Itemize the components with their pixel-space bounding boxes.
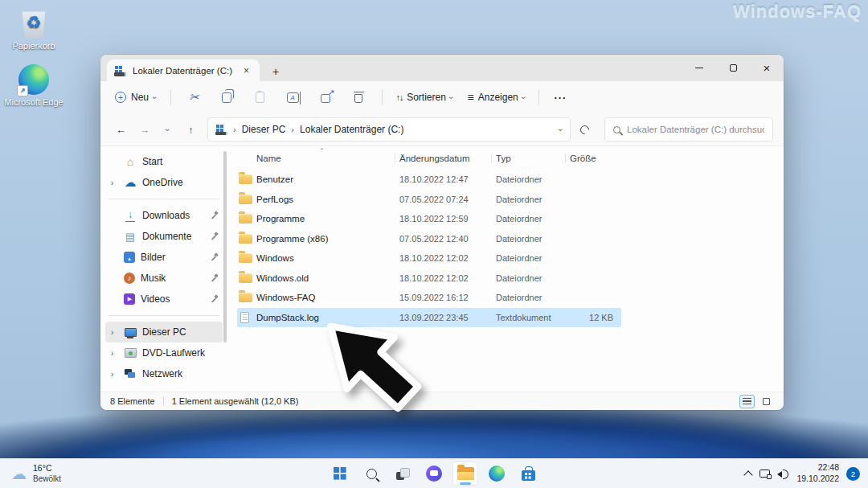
sidebar-scrollbar[interactable] xyxy=(223,151,227,342)
file-row[interactable]: Windows.old 18.10.2022 12:02 Dateiordner xyxy=(237,269,621,289)
breadcrumb-local-disk[interactable]: Lokaler Datenträger (C:) xyxy=(300,124,403,135)
sidebar-item[interactable]: DVD-Laufwerk (D:) ESD-I xyxy=(105,342,223,363)
search-box[interactable] xyxy=(604,117,773,141)
file-explorer-button[interactable] xyxy=(452,461,478,486)
start-button[interactable] xyxy=(327,461,353,486)
view-button[interactable]: ≡ Anzeigen › xyxy=(464,88,530,106)
sidebar-item-label: Dieser PC xyxy=(142,326,205,338)
share-button[interactable] xyxy=(313,86,339,109)
file-icon xyxy=(239,174,252,184)
refresh-button[interactable] xyxy=(574,119,595,140)
forward-button[interactable]: → xyxy=(134,119,154,140)
sidebar-item-label: Downloads xyxy=(142,210,205,221)
sidebar-item[interactable]: Start xyxy=(105,151,223,172)
sidebar-item[interactable]: Dokumente xyxy=(105,226,223,247)
column-header-name[interactable]: Name xyxy=(256,154,399,163)
file-name: Windows-FAQ xyxy=(256,293,399,302)
pin-icon xyxy=(211,295,219,304)
chevron-right-icon[interactable] xyxy=(111,178,118,187)
chevron-right-icon[interactable] xyxy=(111,349,118,358)
task-view-button[interactable] xyxy=(390,461,416,486)
file-type: Dateiordner xyxy=(496,214,570,223)
network-icon[interactable] xyxy=(760,470,770,478)
file-type: Dateiordner xyxy=(496,174,570,184)
store-button[interactable] xyxy=(515,461,541,486)
maximize-button[interactable] xyxy=(716,55,750,81)
sidebar-item[interactable]: Dieser PC xyxy=(105,322,223,342)
file-row[interactable]: Programme (x86) 07.05.2022 12:40 Dateior… xyxy=(237,229,621,249)
sidebar-item-icon xyxy=(124,252,135,263)
sort-button[interactable]: ↑↓ Sortieren › xyxy=(392,88,457,106)
chevron-up-icon[interactable] xyxy=(744,470,752,478)
file-name: PerfLogs xyxy=(256,195,399,204)
file-type: Dateiordner xyxy=(496,195,570,204)
notification-badge[interactable]: 2 xyxy=(846,467,860,481)
explorer-tab[interactable]: Lokaler Datenträger (C:) × xyxy=(107,59,260,81)
taskbar-search-button[interactable] xyxy=(358,461,384,486)
chevron-right-icon[interactable] xyxy=(111,370,118,379)
delete-button[interactable] xyxy=(346,86,372,109)
desktop-icon[interactable]: Papierkorb xyxy=(3,6,64,51)
view-button-label: Anzeigen xyxy=(478,92,518,103)
desktop-icon[interactable]: Microsoft Edge xyxy=(3,64,64,108)
titlebar[interactable]: Lokaler Datenträger (C:) × + xyxy=(100,55,784,81)
sort-button-label: Sortieren xyxy=(407,92,446,103)
cut-button[interactable] xyxy=(181,86,207,109)
file-row[interactable]: Windows 18.10.2022 12:02 Dateiordner xyxy=(237,248,621,269)
edge-button[interactable] xyxy=(484,461,510,486)
sidebar-item-label: Start xyxy=(142,156,205,167)
window-controls xyxy=(682,55,784,81)
pin-icon xyxy=(211,274,219,283)
icons-view-button[interactable] xyxy=(759,395,774,408)
chevron-right-icon[interactable] xyxy=(111,328,118,337)
file-row[interactable]: PerfLogs 07.05.2022 07:24 Dateiordner xyxy=(237,190,621,210)
file-date: 18.10.2022 12:02 xyxy=(399,273,496,283)
clock[interactable]: 22:48 19.10.2022 xyxy=(796,462,839,484)
store-icon xyxy=(522,470,535,481)
sidebar-item[interactable]: Musik xyxy=(105,268,223,289)
paste-button[interactable] xyxy=(247,86,273,109)
desktop-icons: Papierkorb Microsoft Edge xyxy=(3,6,64,108)
sidebar-item-label: Videos xyxy=(141,293,205,305)
column-header-date[interactable]: Änderungsdatum xyxy=(399,154,496,163)
copy-button[interactable] xyxy=(214,86,240,109)
rename-button[interactable]: A xyxy=(280,86,306,109)
chat-button[interactable] xyxy=(421,461,447,486)
close-button[interactable] xyxy=(750,55,784,81)
desktop: Windows-FAQ Papierkorb Microsoft Edge Lo… xyxy=(0,0,868,488)
recent-locations-button[interactable]: › xyxy=(158,119,178,140)
system-tray: 22:48 19.10.2022 2 xyxy=(744,459,868,488)
volume-icon[interactable] xyxy=(777,469,789,478)
sidebar-item[interactable]: Downloads xyxy=(105,205,223,226)
breadcrumb-separator-icon: › xyxy=(291,125,294,134)
sidebar-item-label: OneDrive xyxy=(142,177,205,188)
file-row[interactable]: Windows-FAQ 15.09.2022 16:12 Dateiordner xyxy=(237,288,621,308)
drive-icon xyxy=(114,66,126,76)
back-button[interactable]: ← xyxy=(111,119,131,140)
file-row[interactable]: Programme 18.10.2022 12:59 Dateiordner xyxy=(237,209,621,229)
file-date: 18.10.2022 12:47 xyxy=(399,174,496,184)
sidebar-item[interactable]: OneDrive xyxy=(105,172,223,193)
sidebar-item[interactable]: Netzwerk xyxy=(105,363,223,384)
tab-close-icon[interactable]: × xyxy=(240,64,252,77)
more-options-button[interactable]: ··· xyxy=(549,92,571,104)
chevron-down-icon[interactable]: › xyxy=(557,128,566,131)
sidebar-item-label: Netzwerk xyxy=(142,368,205,379)
column-header-type[interactable]: Typ xyxy=(496,154,570,163)
new-tab-button[interactable]: + xyxy=(268,66,284,77)
file-row[interactable]: Benutzer 18.10.2022 12:47 Dateiordner xyxy=(237,170,621,190)
sidebar-item[interactable]: Videos xyxy=(105,289,223,310)
new-button[interactable]: Neu › xyxy=(111,88,161,106)
details-view-button[interactable] xyxy=(739,395,755,408)
search-input[interactable] xyxy=(627,125,764,134)
up-button[interactable]: ↑ xyxy=(181,119,201,140)
minimize-button[interactable] xyxy=(682,55,716,81)
file-date: 18.10.2022 12:59 xyxy=(399,214,496,223)
copy-icon xyxy=(222,92,231,103)
weather-widget[interactable]: 16°C Bewölkt xyxy=(0,459,61,488)
column-header-size[interactable]: Größe xyxy=(570,154,620,163)
address-bar[interactable]: › Dieser PC › Lokaler Datenträger (C:) › xyxy=(207,117,571,141)
breadcrumb-this-pc[interactable]: Dieser PC xyxy=(242,124,286,135)
sidebar-item[interactable]: Bilder xyxy=(105,247,223,268)
pin-icon xyxy=(211,253,219,262)
